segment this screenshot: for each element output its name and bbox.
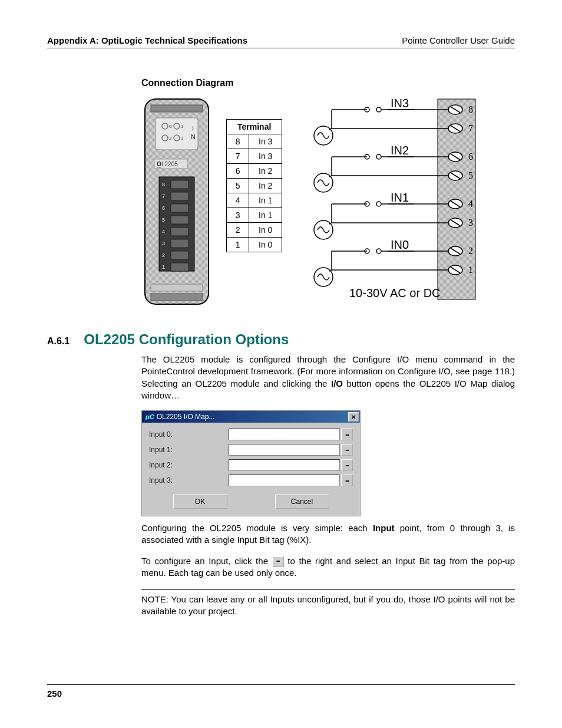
- input-label: Input 0:: [149, 430, 229, 439]
- svg-text:IN2: IN2: [391, 144, 409, 157]
- diagram-heading: Connection Diagram: [141, 78, 515, 88]
- header-left: Appendix A: OptiLogic Technical Specific…: [47, 35, 247, 45]
- svg-rect-23: [171, 192, 189, 200]
- cancel-button[interactable]: Cancel: [275, 495, 329, 509]
- page-number: 250: [47, 689, 62, 699]
- input-row: Input 0:•••: [149, 429, 353, 440]
- svg-text:IN0: IN0: [391, 238, 409, 251]
- svg-rect-21: [171, 180, 189, 189]
- svg-text:8: 8: [468, 104, 473, 114]
- page-footer: 250: [47, 684, 515, 699]
- header-right: Pointe Controller User Guide: [402, 35, 515, 45]
- svg-rect-35: [171, 263, 189, 271]
- paragraph-3: To configure an Input, click the ••• to …: [141, 555, 515, 579]
- svg-text:7: 7: [468, 123, 473, 133]
- more-button[interactable]: •••: [341, 475, 353, 486]
- wiring-diagram: 87IN365IN243IN121IN0 10-30V AC or DC: [296, 95, 479, 308]
- svg-text:1: 1: [162, 264, 165, 270]
- paragraph-2: Configuring the OL2205 module is very si…: [141, 522, 515, 546]
- io-map-dialog: pC OL2205 I/O Map... ✕ Input 0:•••Input …: [141, 410, 361, 516]
- ok-button[interactable]: OK: [173, 495, 227, 509]
- input-label: Input 2:: [149, 461, 229, 469]
- svg-text:2: 2: [468, 246, 473, 256]
- svg-rect-27: [171, 216, 189, 224]
- input-field-0[interactable]: [229, 429, 340, 440]
- svg-text:IN1: IN1: [391, 191, 409, 204]
- svg-point-69: [376, 154, 381, 159]
- svg-rect-4: [151, 105, 203, 112]
- table-row: 6In 2: [227, 164, 282, 179]
- input-row: Input 2:•••: [149, 459, 353, 471]
- table-row: 3In 1: [227, 208, 282, 223]
- svg-text:6: 6: [468, 151, 473, 162]
- svg-text:1: 1: [181, 124, 184, 129]
- svg-text:4: 4: [468, 199, 473, 209]
- svg-text:5: 5: [162, 217, 165, 223]
- svg-text:0: 0: [169, 124, 172, 129]
- svg-point-101: [376, 249, 381, 253]
- svg-text:O: O: [157, 161, 161, 167]
- module-illustration: 0 1 2 3 I N O L2205 8 7 6 5 4 3: [141, 95, 212, 308]
- table-row: 4In 1: [227, 193, 282, 208]
- svg-rect-37: [151, 294, 203, 301]
- input-field-3[interactable]: [229, 475, 340, 486]
- terminal-table: Terminal 8In 37In 36In 25In 24In 13In 12…: [226, 119, 282, 252]
- svg-text:L2205: L2205: [161, 161, 178, 167]
- subsection-title: OL2205 Configuration Options: [84, 331, 289, 348]
- connection-diagram: 0 1 2 3 I N O L2205 8 7 6 5 4 3: [141, 95, 515, 308]
- more-button[interactable]: •••: [341, 444, 353, 456]
- close-icon[interactable]: ✕: [348, 412, 359, 421]
- svg-rect-36: [151, 284, 203, 291]
- note-paragraph: NOTE: You can leave any or all Inputs un…: [141, 589, 515, 618]
- svg-text:1: 1: [468, 265, 473, 275]
- svg-rect-33: [171, 251, 189, 259]
- svg-text:7: 7: [162, 193, 165, 199]
- input-label: Input 1:: [149, 446, 229, 454]
- svg-text:2: 2: [162, 252, 165, 258]
- input-field-2[interactable]: [229, 459, 340, 471]
- svg-text:8: 8: [162, 182, 165, 187]
- input-row: Input 3:•••: [149, 475, 353, 486]
- more-button-icon: •••: [272, 556, 284, 567]
- svg-text:2: 2: [169, 136, 172, 141]
- page-header: Appendix A: OptiLogic Technical Specific…: [47, 35, 515, 48]
- paragraph-1: The OL2205 module is configured through …: [141, 354, 515, 401]
- svg-text:I: I: [192, 125, 194, 132]
- dialog-titlebar: pC OL2205 I/O Map... ✕: [142, 411, 360, 423]
- subsection-number: A.6.1: [47, 336, 70, 347]
- table-row: 2In 0: [227, 223, 282, 238]
- table-row: 5In 2: [227, 179, 282, 193]
- table-row: 1In 0: [227, 238, 282, 252]
- svg-text:3: 3: [468, 218, 473, 228]
- input-field-1[interactable]: [229, 444, 340, 456]
- dialog-title-text: OL2205 I/O Map...: [157, 413, 215, 421]
- svg-text:5: 5: [468, 170, 473, 180]
- svg-point-53: [376, 107, 381, 112]
- svg-text:N: N: [191, 133, 196, 140]
- svg-rect-29: [171, 228, 189, 236]
- svg-point-85: [376, 202, 381, 206]
- svg-text:IN3: IN3: [391, 97, 409, 110]
- svg-rect-25: [171, 204, 189, 212]
- svg-text:4: 4: [162, 229, 165, 235]
- terminal-table-header: Terminal: [227, 120, 282, 134]
- dialog-app-icon: pC: [146, 413, 154, 420]
- svg-text:6: 6: [162, 205, 165, 211]
- table-row: 8In 3: [227, 134, 282, 149]
- more-button[interactable]: •••: [341, 459, 353, 471]
- wiring-voltage-label: 10-30V AC or DC: [349, 286, 441, 299]
- input-label: Input 3:: [149, 476, 229, 485]
- input-row: Input 1:•••: [149, 444, 353, 456]
- svg-rect-31: [171, 239, 189, 248]
- more-button[interactable]: •••: [341, 429, 353, 440]
- table-row: 7In 3: [227, 149, 282, 164]
- svg-text:3: 3: [162, 241, 165, 246]
- svg-text:3: 3: [181, 136, 184, 141]
